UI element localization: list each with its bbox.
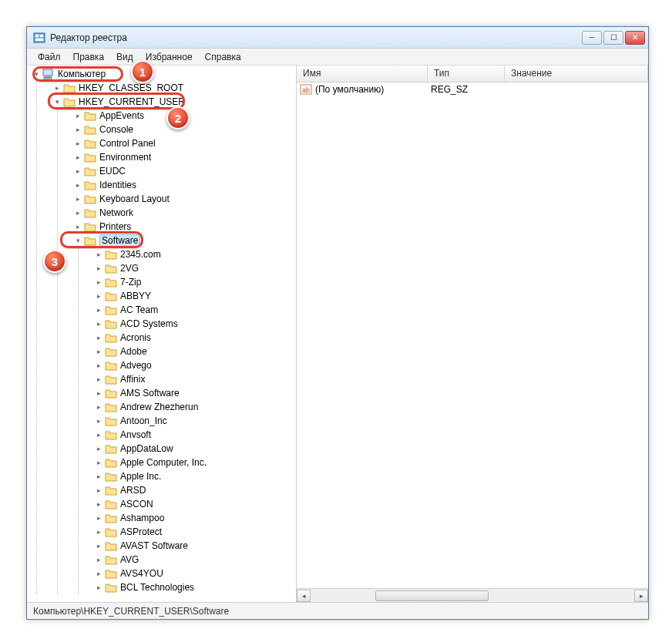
tree-item[interactable]: ▸2345.com [92,247,296,261]
expand-icon[interactable]: ▸ [73,222,82,231]
expand-icon[interactable]: ▸ [94,472,103,481]
expand-icon[interactable]: ▸ [94,444,103,453]
tree-item[interactable]: ▸Adobe [92,345,296,358]
tree-item[interactable]: ▸BCL Technologies [92,580,296,594]
expand-icon[interactable]: ▸ [94,250,103,259]
tree-item[interactable]: ▸ASProtect [92,525,296,539]
tree-item[interactable]: ▸Identities [72,178,296,192]
maximize-button[interactable]: ☐ [603,31,623,45]
expand-icon[interactable]: ▸ [94,305,103,314]
expand-icon[interactable]: ▸ [94,430,103,439]
expand-icon[interactable]: ▸ [94,333,103,342]
minimize-button[interactable]: ─ [582,31,602,45]
tree-item[interactable]: ▸Affinix [92,372,296,386]
folder-icon [84,124,96,135]
tree-item[interactable]: ▸AVS4YOU [92,567,296,580]
horizontal-scrollbar[interactable]: ◂ ▸ [297,588,648,602]
expand-icon[interactable]: ▸ [52,83,62,92]
expand-icon[interactable]: ▸ [94,499,103,509]
list-body[interactable]: ab(По умолчанию)REG_SZ [297,82,648,588]
expand-icon[interactable]: ▸ [94,555,103,564]
collapse-icon[interactable]: ▾ [32,69,41,79]
close-button[interactable]: ✕ [625,31,645,45]
tree-item[interactable]: ▸AppDataLow [92,442,296,456]
tree-item[interactable]: ▸Keyboard Layout [72,192,296,206]
scroll-right-button[interactable]: ▸ [634,590,648,602]
expand-icon[interactable]: ▸ [94,277,103,287]
expand-icon[interactable]: ▸ [94,375,103,384]
tree-item[interactable]: ▸Antoon_Inc [92,414,296,428]
tree-item[interactable]: ▸2VG [92,261,296,275]
tree-root-computer[interactable]: ▾ Компьютер [30,67,296,81]
tree-hkcu[interactable]: ▾ HKEY_CURRENT_USER [51,95,296,109]
tree-item[interactable]: ▸Control Panel [72,136,296,150]
expand-icon[interactable]: ▸ [73,139,82,148]
expand-icon[interactable]: ▸ [73,111,82,120]
expand-icon[interactable]: ▸ [94,416,103,425]
expand-icon[interactable]: ▸ [94,458,103,467]
collapse-icon[interactable]: ▾ [73,236,82,245]
tree-item[interactable]: ▸EUDC [72,164,296,178]
tree-item[interactable]: ▸ABBYY [92,289,296,303]
tree-item[interactable]: ▸AppEvents [72,109,296,123]
tree-item[interactable]: ▸Andrew Zhezherun [92,400,296,414]
tree-hkcr[interactable]: ▸ HKEY_CLASSES_ROOT [51,81,296,95]
tree-item[interactable]: ▸AMS Software [92,386,296,400]
expand-icon[interactable]: ▸ [94,527,103,536]
menu-view[interactable]: Вид [110,52,139,62]
tree-item[interactable]: ▸AVG [92,553,296,567]
list-row[interactable]: ab(По умолчанию)REG_SZ [297,82,648,96]
tree-item[interactable]: ▸Advego [92,358,296,372]
tree-item[interactable]: ▸ACD Systems [92,317,296,331]
expand-icon[interactable]: ▸ [73,153,82,162]
tree-item[interactable]: ▸Acronis [92,331,296,345]
tree-item[interactable]: ▸Apple Inc. [92,469,296,483]
column-name[interactable]: Имя [297,66,428,82]
scroll-thumb[interactable] [375,590,489,601]
tree-item[interactable]: ▸AC Team [92,303,296,317]
tree-label: AVAST Software [120,540,188,551]
expand-icon[interactable]: ▸ [94,583,103,592]
expand-icon[interactable]: ▸ [94,291,103,301]
expand-icon[interactable]: ▸ [73,180,82,190]
tree-item[interactable]: ▸Printers [72,220,296,234]
expand-icon[interactable]: ▸ [94,361,103,370]
expand-icon[interactable]: ▸ [94,264,103,273]
column-type[interactable]: Тип [428,66,505,82]
tree-item[interactable]: ▸Console [72,123,296,136]
expand-icon[interactable]: ▸ [94,347,103,356]
tree-item[interactable]: ▸7-Zip [92,275,296,289]
expand-icon[interactable]: ▸ [73,125,82,134]
tree-item[interactable]: ▸Environment [72,150,296,164]
menu-favorites[interactable]: Избранное [139,52,199,62]
expand-icon[interactable]: ▸ [73,194,82,203]
collapse-icon[interactable]: ▾ [52,97,62,106]
tree-item[interactable]: ▸Ashampoo [92,511,296,525]
expand-icon[interactable]: ▸ [94,569,103,578]
tree-item[interactable]: ▸ARSD [92,483,296,497]
tree-label: Apple Computer, Inc. [120,457,207,468]
scroll-left-button[interactable]: ◂ [297,590,311,602]
titlebar[interactable]: Редактор реестра ─ ☐ ✕ [27,27,648,49]
expand-icon[interactable]: ▸ [94,388,103,398]
tree-item[interactable]: ▸Network [72,206,296,220]
tree-pane[interactable]: ▾ Компьютер ▸ HKEY_CLASSES_ROOT [27,66,297,602]
expand-icon[interactable]: ▸ [73,166,82,176]
column-data[interactable]: Значение [505,66,648,82]
expand-icon[interactable]: ▸ [73,208,82,217]
tree-item[interactable]: ▸Anvsoft [92,428,296,442]
expand-icon[interactable]: ▸ [94,541,103,550]
tree-item[interactable]: ▸ASCON [92,497,296,511]
expand-icon[interactable]: ▸ [94,402,103,412]
tree-item[interactable]: ▸Apple Computer, Inc. [92,456,296,469]
menu-edit[interactable]: Правка [67,52,111,62]
menu-help[interactable]: Справка [199,52,247,62]
expand-icon[interactable]: ▸ [94,513,103,523]
list-header[interactable]: Имя Тип Значение [297,66,648,82]
expand-icon[interactable]: ▸ [94,319,103,328]
menu-file[interactable]: Файл [32,52,67,62]
expand-icon[interactable]: ▸ [94,486,103,495]
scroll-track[interactable] [311,590,634,602]
tree-software[interactable]: ▾Software [72,234,296,247]
tree-item[interactable]: ▸AVAST Software [92,539,296,553]
